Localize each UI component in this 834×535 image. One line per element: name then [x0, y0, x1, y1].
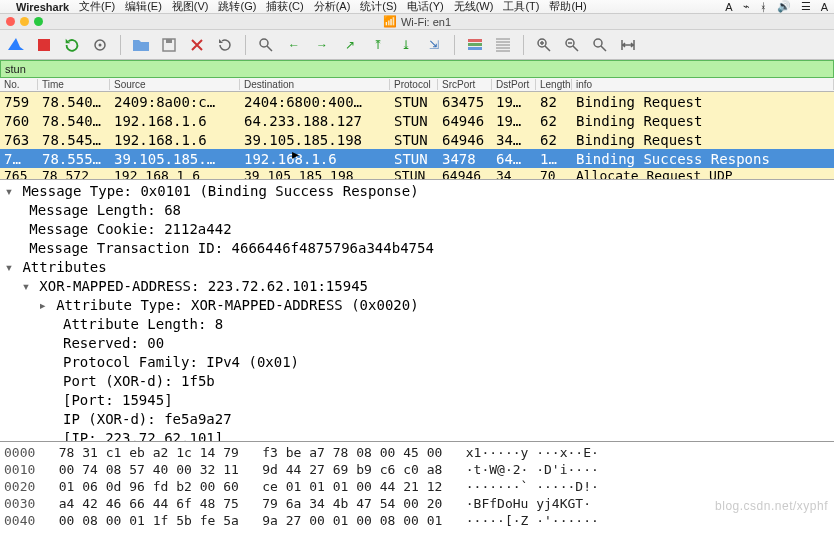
detail-proto-fam: Protocol Family: IPv4 (0x01) [4, 353, 830, 372]
svg-rect-7 [468, 43, 482, 46]
display-filter-bar[interactable] [0, 60, 834, 78]
detail-msg-cookie: Message Cookie: 2112a442 [4, 220, 830, 239]
go-first-button[interactable]: ⤒ [366, 34, 390, 56]
menu-help[interactable]: 帮助(H) [549, 0, 586, 14]
columns-button[interactable] [491, 34, 515, 56]
close-window-button[interactable] [6, 17, 15, 26]
svg-rect-0 [38, 39, 50, 51]
zoom-window-button[interactable] [34, 17, 43, 26]
packet-bytes-pane[interactable]: 0000 78 31 c1 eb a2 1c 14 79 f3 be a7 78… [0, 441, 834, 531]
main-toolbar: ← → ↗ ⤒ ⤓ ⇲ [0, 30, 834, 60]
packet-row[interactable]: 76078.540…192.168.1.664.233.188.127STUN6… [0, 111, 834, 130]
menu-tools[interactable]: 工具(T) [503, 0, 539, 14]
restart-capture-button[interactable] [60, 34, 84, 56]
zoom-reset-button[interactable] [588, 34, 612, 56]
zoom-out-button[interactable] [560, 34, 584, 56]
close-file-button[interactable] [185, 34, 209, 56]
detail-ip: [IP: 223.72.62.101] [4, 429, 830, 441]
menu-stats[interactable]: 统计(S) [360, 0, 397, 14]
svg-rect-8 [468, 47, 482, 50]
save-file-button[interactable] [157, 34, 181, 56]
minimize-window-button[interactable] [20, 17, 29, 26]
find-packet-button[interactable] [254, 34, 278, 56]
go-back-button[interactable]: ← [282, 34, 306, 56]
go-to-packet-button[interactable]: ↗ [338, 34, 362, 56]
detail-msg-len: Message Length: 68 [4, 201, 830, 220]
status-ime[interactable]: A [725, 1, 732, 13]
hex-row[interactable]: 0000 78 31 c1 eb a2 1c 14 79 f3 be a7 78… [4, 444, 830, 461]
detail-reserved: Reserved: 00 [4, 334, 830, 353]
svg-rect-4 [166, 39, 172, 43]
svg-point-5 [260, 39, 268, 47]
packet-row[interactable]: 75978.540…2409:8a00:c…2404:6800:400…STUN… [0, 92, 834, 111]
colorize-button[interactable] [463, 34, 487, 56]
open-file-button[interactable] [129, 34, 153, 56]
svg-rect-6 [468, 39, 482, 42]
col-header-time[interactable]: Time [38, 79, 110, 90]
packet-row[interactable]: 76378.545…192.168.1.639.105.185.198STUN6… [0, 130, 834, 149]
status-vol-icon[interactable]: 🔊 [777, 0, 791, 13]
packet-row[interactable]: 76578 572192 168 1 639 105 185 198STUN64… [0, 168, 834, 179]
hex-row[interactable]: 0040 00 08 00 01 1f 5b fe 5a 9a 27 00 01… [4, 512, 830, 529]
app-name[interactable]: Wireshark [16, 1, 69, 13]
packet-list[interactable]: 75978.540…2409:8a00:c…2404:6800:400…STUN… [0, 92, 834, 179]
watermark-text: blog.csdn.net/xyphf [715, 499, 828, 513]
hex-row[interactable]: 0010 00 74 08 57 40 00 32 11 9d 44 27 69… [4, 461, 830, 478]
status-bt-icon[interactable]: ᚼ [760, 1, 767, 13]
go-forward-button[interactable]: → [310, 34, 334, 56]
menu-capture[interactable]: 捕获(C) [266, 0, 303, 14]
status-wifi-icon[interactable]: ⌁ [743, 0, 750, 13]
window-title: Wi-Fi: en1 [401, 16, 451, 28]
menu-edit[interactable]: 编辑(E) [125, 0, 162, 14]
wifi-icon: 📶 [383, 15, 397, 28]
capture-options-button[interactable] [88, 34, 112, 56]
detail-xor-addr[interactable]: ▾ XOR-MAPPED-ADDRESS: 223.72.62.101:1594… [4, 277, 830, 296]
detail-port-xor: Port (XOR-d): 1f5b [4, 372, 830, 391]
col-header-proto[interactable]: Protocol [390, 79, 438, 90]
packet-row[interactable]: 7…78.555…39.105.185.…192.168.1.6STUN3478… [0, 149, 834, 168]
auto-scroll-button[interactable]: ⇲ [422, 34, 446, 56]
detail-ip-xor: IP (XOR-d): fe5a9a27 [4, 410, 830, 429]
detail-msg-txid: Message Transaction ID: 4666446f4875796a… [4, 239, 830, 258]
resize-columns-button[interactable] [616, 34, 640, 56]
svg-point-11 [594, 39, 602, 47]
hex-row[interactable]: 0020 01 06 0d 96 fd b2 00 60 ce 01 01 01… [4, 478, 830, 495]
window-titlebar: 📶 Wi-Fi: en1 [0, 14, 834, 30]
menu-wireless[interactable]: 无线(W) [454, 0, 494, 14]
menu-analyze[interactable]: 分析(A) [314, 0, 351, 14]
col-header-source[interactable]: Source [110, 79, 240, 90]
packet-details-pane[interactable]: ▾ Message Type: 0x0101 (Binding Success … [0, 179, 834, 441]
display-filter-input[interactable] [5, 63, 829, 75]
go-last-button[interactable]: ⤓ [394, 34, 418, 56]
col-header-dest[interactable]: Destination [240, 79, 390, 90]
col-header-len[interactable]: Length [536, 79, 572, 90]
menu-view[interactable]: 视图(V) [172, 0, 209, 14]
col-header-info[interactable]: info [572, 79, 834, 90]
zoom-in-button[interactable] [532, 34, 556, 56]
status-menu-icon[interactable]: A [821, 1, 828, 13]
menu-tel[interactable]: 电话(Y) [407, 0, 444, 14]
start-capture-button[interactable] [4, 34, 28, 56]
detail-attr-len: Attribute Length: 8 [4, 315, 830, 334]
stop-capture-button[interactable] [32, 34, 56, 56]
mac-menubar: Wireshark 文件(F) 编辑(E) 视图(V) 跳转(G) 捕获(C) … [0, 0, 834, 14]
col-header-sport[interactable]: SrcPort [438, 79, 492, 90]
col-header-no[interactable]: No. [0, 79, 38, 90]
status-user-icon[interactable]: ☰ [801, 0, 811, 13]
col-header-dport[interactable]: DstPort [492, 79, 536, 90]
detail-attr-type[interactable]: ▸ Attribute Type: XOR-MAPPED-ADDRESS (0x… [4, 296, 830, 315]
detail-attrs[interactable]: ▾ Attributes [4, 258, 830, 277]
detail-msg-type[interactable]: ▾ Message Type: 0x0101 (Binding Success … [4, 182, 830, 201]
reload-file-button[interactable] [213, 34, 237, 56]
hex-row[interactable]: 0030 a4 42 46 66 44 6f 48 75 79 6a 34 4b… [4, 495, 830, 512]
menu-file[interactable]: 文件(F) [79, 0, 115, 14]
svg-point-2 [99, 43, 102, 46]
packet-list-header: No. Time Source Destination Protocol Src… [0, 78, 834, 92]
menu-go[interactable]: 跳转(G) [218, 0, 256, 14]
detail-port: [Port: 15945] [4, 391, 830, 410]
